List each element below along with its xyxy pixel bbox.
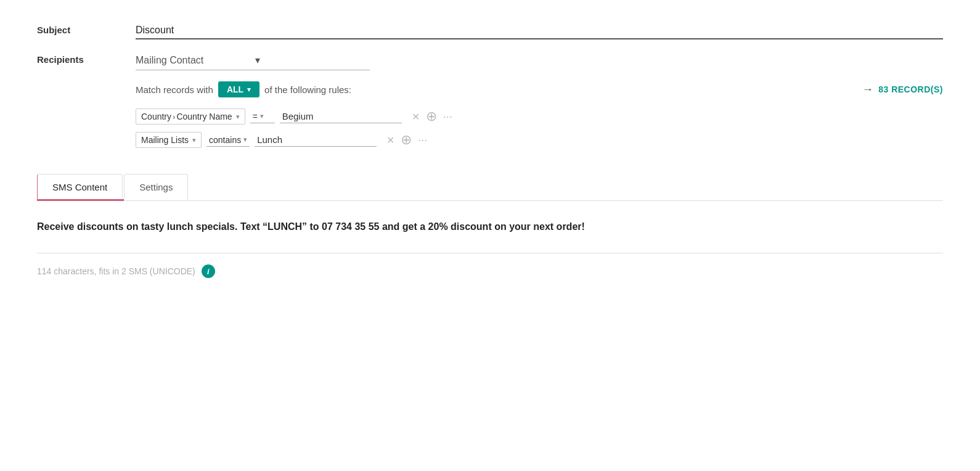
match-row: Match records with ALL ▾ of the followin… [136,81,943,97]
all-button-label: ALL [227,84,243,94]
filter-operator-contains-label: contains [209,135,241,145]
filter-field-chevron-icon: ▾ [236,113,240,121]
sms-character-count: 114 characters, fits in 2 SMS (UNICODE) [37,266,195,276]
filter-more-2-icon[interactable]: ··· [418,134,427,147]
filter-value-country[interactable] [280,110,402,123]
sms-content-section: Receive discounts on tasty lunch special… [37,201,943,290]
tabs-section: SMS Content Settings [37,174,943,201]
match-suffix-text: of the following rules: [264,84,351,95]
filter-field-country-name-label: Country Name [176,112,232,121]
filter-remove-2-icon[interactable]: ✕ [386,134,394,146]
recipients-row: Recipients Mailing Contact ▾ Match recor… [37,54,943,155]
tab-sms-content-wrapper: SMS Content [37,174,124,200]
all-button-arrow-icon: ▾ [247,86,251,94]
recipients-dropdown-value: Mailing Contact [136,55,250,66]
filter-field-country[interactable]: Country › Country Name ▾ [136,109,245,125]
page-wrapper: Subject Recipients Mailing Contact ▾ Mat… [0,0,980,315]
filter-add-1-icon[interactable]: ⊕ [426,109,437,125]
tab-sms-content-label: SMS Content [52,182,107,192]
subject-input[interactable] [136,25,943,39]
subject-row: Subject [37,25,943,39]
filter-field-mailing-lists[interactable]: Mailing Lists ▾ [136,132,202,148]
records-arrow-icon: → [862,83,874,96]
filter-breadcrumb-icon: › [173,112,175,121]
filter-actions-1: ✕ ⊕ ··· [412,109,452,125]
filter-operator-chevron-icon: ▾ [260,112,264,120]
recipients-dropdown-arrow-icon: ▾ [255,54,370,66]
info-icon[interactable]: i [202,264,215,278]
tab-settings-wrapper: Settings [124,174,189,200]
records-link[interactable]: → 83 RECORD(S) [862,83,943,96]
filter-row-1: Country › Country Name ▾ = ▾ ✕ ⊕ ··· [136,109,943,125]
filter-operator-eq[interactable]: = ▾ [250,110,275,123]
tab-sms-content[interactable]: SMS Content [37,174,123,201]
sms-body-text: Receive discounts on tasty lunch special… [37,219,943,234]
tab-settings[interactable]: Settings [124,174,188,200]
sms-meta-row: 114 characters, fits in 2 SMS (UNICODE) … [37,264,943,278]
subject-label: Subject [37,25,136,35]
sms-divider [37,253,943,253]
records-count: 83 RECORD(S) [878,84,943,94]
filter-field-mailing-lists-label: Mailing Lists [141,135,189,145]
filter-actions-2: ✕ ⊕ ··· [386,132,427,148]
filter-field-mailing-lists-chevron-icon: ▾ [192,136,196,144]
filter-row-2: Mailing Lists ▾ contains ▾ ✕ ⊕ ··· [136,132,943,148]
recipients-content: Mailing Contact ▾ Match records with ALL… [136,54,943,155]
filter-operator-contains-chevron-icon: ▾ [243,136,247,144]
match-prefix-text: Match records with [136,84,213,95]
filter-field-country-label: Country [141,112,171,121]
recipients-label: Recipients [37,54,136,65]
filter-more-1-icon[interactable]: ··· [443,110,452,123]
filter-add-2-icon[interactable]: ⊕ [401,132,412,148]
filter-operator-eq-label: = [253,112,258,121]
filter-remove-1-icon[interactable]: ✕ [412,111,420,123]
subject-value [136,25,943,39]
recipients-dropdown[interactable]: Mailing Contact ▾ [136,54,370,70]
tabs-list: SMS Content Settings [37,174,943,200]
filter-value-mailing-lists[interactable] [255,133,377,147]
tab-active-underline [37,200,124,201]
tab-settings-label: Settings [139,182,173,192]
all-button[interactable]: ALL ▾ [218,81,259,97]
filter-operator-contains[interactable]: contains ▾ [206,134,250,147]
